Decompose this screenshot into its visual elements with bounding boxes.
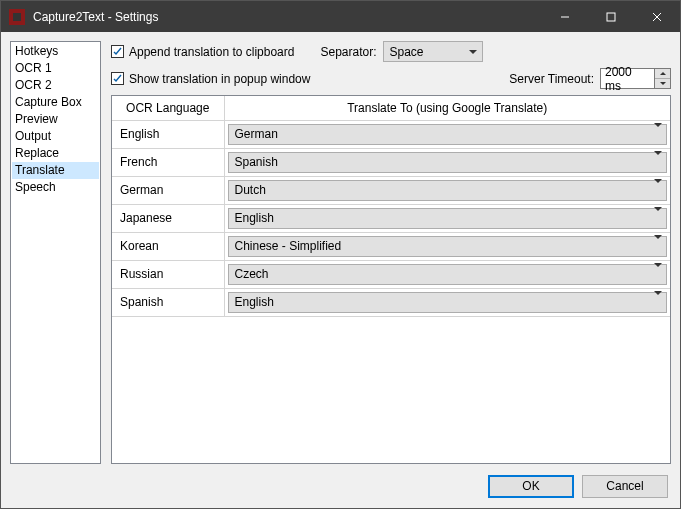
- server-timeout-spinner[interactable]: 2000 ms: [600, 68, 671, 89]
- chevron-down-icon: [654, 211, 662, 225]
- sidebar-item-ocr-1[interactable]: OCR 1: [12, 60, 99, 77]
- translate-to-cell: Spanish: [224, 148, 670, 176]
- translate-to-cell: English: [224, 288, 670, 316]
- app-icon: [9, 9, 25, 25]
- sidebar-item-hotkeys[interactable]: Hotkeys: [12, 43, 99, 60]
- server-timeout-label: Server Timeout:: [509, 72, 594, 86]
- ocr-language-cell: Russian: [112, 260, 224, 288]
- maximize-button[interactable]: [588, 1, 634, 32]
- sidebar-item-speech[interactable]: Speech: [12, 179, 99, 196]
- header-translate-to[interactable]: Translate To (using Google Translate): [224, 96, 670, 120]
- translate-to-value: English: [235, 295, 655, 309]
- sidebar-item-ocr-2[interactable]: OCR 2: [12, 77, 99, 94]
- chevron-down-icon: [660, 82, 666, 85]
- translate-to-dropdown[interactable]: Czech: [228, 264, 668, 285]
- check-icon: [112, 46, 123, 57]
- client-area: HotkeysOCR 1OCR 2Capture BoxPreviewOutpu…: [1, 32, 680, 508]
- table-row: RussianCzech: [112, 260, 670, 288]
- translate-to-value: German: [235, 127, 655, 141]
- append-clipboard-checkbox[interactable]: Append translation to clipboard: [111, 45, 294, 59]
- chevron-down-icon: [654, 239, 662, 253]
- svg-rect-1: [607, 13, 615, 21]
- translate-to-dropdown[interactable]: English: [228, 208, 668, 229]
- translate-to-value: Chinese - Simplified: [235, 239, 655, 253]
- ocr-language-cell: Korean: [112, 232, 224, 260]
- ocr-language-cell: Japanese: [112, 204, 224, 232]
- translation-table-container: OCR Language Translate To (using Google …: [111, 95, 671, 464]
- close-button[interactable]: [634, 1, 680, 32]
- sidebar-item-preview[interactable]: Preview: [12, 111, 99, 128]
- translate-to-cell: English: [224, 204, 670, 232]
- translate-to-value: Spanish: [235, 155, 655, 169]
- settings-window: Capture2Text - Settings HotkeysOCR 1OCR …: [0, 0, 681, 509]
- dialog-footer: OK Cancel: [1, 464, 680, 508]
- settings-sidebar: HotkeysOCR 1OCR 2Capture BoxPreviewOutpu…: [10, 41, 101, 464]
- ocr-language-cell: Spanish: [112, 288, 224, 316]
- check-icon: [112, 73, 123, 84]
- show-popup-checkbox[interactable]: Show translation in popup window: [111, 72, 310, 86]
- show-popup-label: Show translation in popup window: [129, 72, 310, 86]
- separator-value: Space: [390, 45, 468, 59]
- translate-to-dropdown[interactable]: Dutch: [228, 180, 668, 201]
- translate-to-value: English: [235, 211, 655, 225]
- window-title: Capture2Text - Settings: [33, 10, 542, 24]
- checkbox-box: [111, 72, 124, 85]
- chevron-down-icon: [654, 295, 662, 309]
- translate-to-cell: Czech: [224, 260, 670, 288]
- ocr-language-cell: French: [112, 148, 224, 176]
- sidebar-item-capture-box[interactable]: Capture Box: [12, 94, 99, 111]
- translate-to-dropdown[interactable]: German: [228, 124, 668, 145]
- spinner-up-button[interactable]: [655, 69, 670, 79]
- translate-to-value: Czech: [235, 267, 655, 281]
- ocr-language-cell: English: [112, 120, 224, 148]
- chevron-up-icon: [660, 72, 666, 75]
- top-row-2: Show translation in popup window Server …: [111, 68, 671, 89]
- ocr-language-cell: German: [112, 176, 224, 204]
- sidebar-item-replace[interactable]: Replace: [12, 145, 99, 162]
- translate-to-cell: Chinese - Simplified: [224, 232, 670, 260]
- separator-label: Separator:: [320, 45, 376, 59]
- sidebar-item-translate[interactable]: Translate: [12, 162, 99, 179]
- minimize-button[interactable]: [542, 1, 588, 32]
- table-row: SpanishEnglish: [112, 288, 670, 316]
- cancel-button[interactable]: Cancel: [582, 475, 668, 498]
- checkbox-box: [111, 45, 124, 58]
- titlebar: Capture2Text - Settings: [1, 1, 680, 32]
- translate-to-cell: Dutch: [224, 176, 670, 204]
- separator-dropdown[interactable]: Space: [383, 41, 483, 62]
- table-row: JapaneseEnglish: [112, 204, 670, 232]
- main-area: HotkeysOCR 1OCR 2Capture BoxPreviewOutpu…: [1, 32, 680, 464]
- chevron-down-icon: [468, 50, 478, 54]
- translate-to-cell: German: [224, 120, 670, 148]
- table-row: FrenchSpanish: [112, 148, 670, 176]
- table-row: GermanDutch: [112, 176, 670, 204]
- chevron-down-icon: [654, 155, 662, 169]
- table-row: EnglishGerman: [112, 120, 670, 148]
- translate-to-dropdown[interactable]: English: [228, 292, 668, 313]
- translation-table: OCR Language Translate To (using Google …: [112, 96, 670, 317]
- sidebar-item-output[interactable]: Output: [12, 128, 99, 145]
- window-controls: [542, 1, 680, 32]
- top-row-1: Append translation to clipboard Separato…: [111, 41, 671, 62]
- chevron-down-icon: [654, 267, 662, 281]
- chevron-down-icon: [654, 127, 662, 141]
- header-ocr-language[interactable]: OCR Language: [112, 96, 224, 120]
- translate-to-dropdown[interactable]: Chinese - Simplified: [228, 236, 668, 257]
- append-clipboard-label: Append translation to clipboard: [129, 45, 294, 59]
- settings-content: Append translation to clipboard Separato…: [111, 41, 671, 464]
- table-row: KoreanChinese - Simplified: [112, 232, 670, 260]
- translate-to-dropdown[interactable]: Spanish: [228, 152, 668, 173]
- chevron-down-icon: [654, 183, 662, 197]
- server-timeout-value[interactable]: 2000 ms: [600, 68, 655, 89]
- ok-button[interactable]: OK: [488, 475, 574, 498]
- translate-to-value: Dutch: [235, 183, 655, 197]
- spinner-down-button[interactable]: [655, 79, 670, 88]
